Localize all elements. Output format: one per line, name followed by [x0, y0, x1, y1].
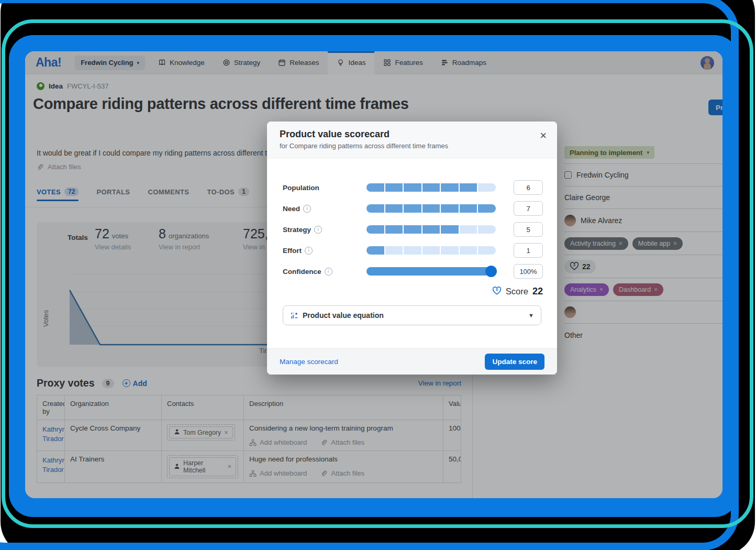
score-row: # Score 22: [492, 286, 543, 297]
slider-segment[interactable]: [478, 183, 496, 192]
svg-text:#: #: [496, 288, 498, 292]
info-icon[interactable]: i: [314, 226, 322, 234]
slider-segment[interactable]: [366, 204, 384, 213]
info-icon[interactable]: i: [305, 247, 313, 255]
slider-segment[interactable]: [423, 204, 440, 213]
close-icon[interactable]: ×: [540, 130, 547, 141]
slider-segment[interactable]: [423, 246, 440, 255]
metric-row-confidence: Confidence i: [267, 264, 557, 279]
slider-segment[interactable]: [460, 246, 477, 255]
slider-segment[interactable]: [404, 246, 421, 255]
strategy-value-input[interactable]: [514, 222, 543, 237]
update-score-button[interactable]: Update score: [485, 354, 544, 370]
slider-segment[interactable]: [404, 204, 421, 213]
slider-segment[interactable]: [460, 183, 477, 192]
app-window: Aha! Fredwin Cycling ▾ KnowledgeStrategy…: [25, 51, 722, 498]
slider-segment[interactable]: [385, 225, 403, 234]
modal-subtitle: for Compare riding patterns across diffe…: [280, 142, 544, 150]
slider-segment[interactable]: [366, 225, 384, 234]
need-value-input[interactable]: [514, 201, 543, 216]
metric-row-need: Need i: [267, 201, 557, 216]
slider-segment[interactable]: [404, 183, 421, 192]
slider-segment[interactable]: [441, 183, 459, 192]
effort-value-input[interactable]: [514, 243, 543, 258]
manage-scorecard-link[interactable]: Manage scorecard: [280, 358, 338, 366]
score-heart-icon: #: [492, 286, 502, 297]
slider-segment[interactable]: [460, 204, 477, 213]
slider-segment[interactable]: [460, 225, 477, 234]
score-value: 22: [532, 286, 543, 297]
modal-footer: Manage scorecard Update score: [267, 348, 557, 375]
slider-segment[interactable]: [478, 225, 496, 234]
slider-segment[interactable]: [366, 246, 384, 255]
metric-row-strategy: Strategy i: [267, 222, 557, 237]
slider-segment[interactable]: [478, 204, 496, 213]
slider-handle[interactable]: [485, 266, 497, 277]
metric-label: Effort i: [283, 247, 313, 255]
slider-segment[interactable]: [441, 204, 459, 213]
confidence-value-input[interactable]: [514, 264, 543, 279]
metric-row-effort: Effort i: [267, 243, 557, 258]
effort-slider[interactable]: [366, 246, 496, 255]
metric-label: Need i: [283, 205, 311, 213]
modal-header: Product value scorecard for Compare ridi…: [267, 122, 557, 158]
metric-row-population: Population: [267, 180, 557, 195]
slider-segment[interactable]: [478, 246, 496, 255]
need-slider[interactable]: [366, 204, 496, 213]
metric-label: Population: [283, 184, 319, 192]
slider-segment[interactable]: [423, 225, 440, 234]
strategy-slider[interactable]: [366, 225, 496, 234]
info-icon[interactable]: i: [303, 205, 311, 213]
score-label: Score: [506, 287, 528, 296]
chevron-down-icon: ▼: [528, 312, 534, 318]
info-icon[interactable]: i: [325, 268, 332, 276]
metric-label: Confidence i: [283, 268, 332, 276]
slider-segment[interactable]: [423, 183, 440, 192]
population-value-input[interactable]: [514, 180, 543, 195]
slider-segment[interactable]: [441, 225, 459, 234]
population-slider[interactable]: [366, 183, 496, 192]
equation-label: Product value equation: [303, 311, 384, 320]
metric-label: Strategy i: [283, 226, 322, 234]
confidence-slider[interactable]: [366, 267, 496, 276]
equation-icon: [290, 312, 298, 320]
equation-select[interactable]: Product value equation ▼: [283, 305, 541, 325]
slider-segment[interactable]: [385, 246, 403, 255]
slider-segment[interactable]: [385, 183, 403, 192]
slider-segment[interactable]: [385, 204, 403, 213]
modal-title: Product value scorecard: [280, 129, 544, 140]
slider-segment[interactable]: [404, 225, 421, 234]
slider-segment[interactable]: [441, 246, 459, 255]
scorecard-modal: Product value scorecard for Compare ridi…: [267, 122, 557, 375]
slider-segment[interactable]: [366, 183, 384, 192]
